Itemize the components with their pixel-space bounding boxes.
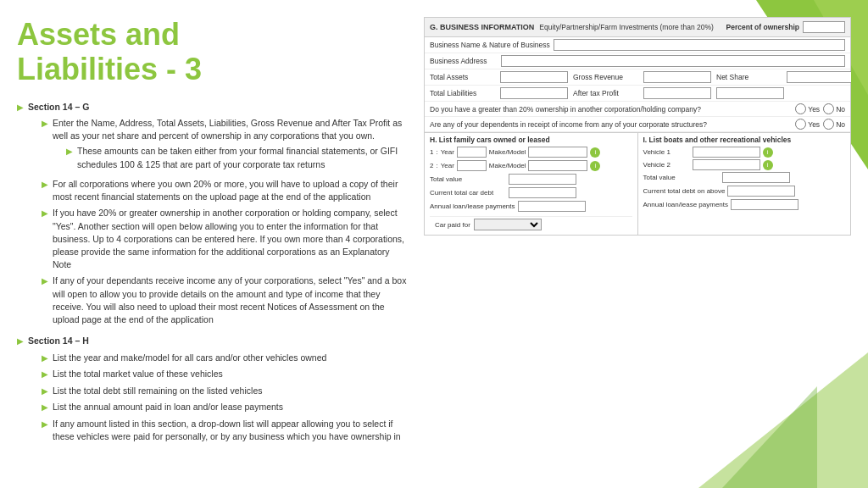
- section-14h-item-1: ▶ List the year and make/model for all c…: [42, 352, 407, 365]
- item4-arrow: ▶: [42, 275, 48, 288]
- q2-radio-group: Yes No: [795, 119, 845, 130]
- h-item3-text: List the total debt still remaining on t…: [53, 385, 262, 397]
- section-h-i-container: H. List family cars owned or leased 1: Y…: [425, 132, 850, 235]
- h-item4-text: List the annual amount paid in loan and/…: [53, 401, 283, 413]
- q1-no-radio[interactable]: [823, 103, 834, 114]
- section-14g-items: ▶ Enter the Name, Address, Total Assets,…: [42, 117, 407, 326]
- after-tax-input[interactable]: [643, 87, 711, 99]
- total-assets-input[interactable]: [500, 71, 568, 83]
- q1-row: Do you have a greater than 20% ownership…: [425, 102, 850, 117]
- item2-text: For all corporations where you own 20% o…: [53, 178, 407, 203]
- liabilities-profit-row: Total Liabilities After tax Profit: [425, 86, 850, 102]
- section-14h-items: ▶ List the year and make/model for all c…: [42, 352, 407, 443]
- h-car-debt-input[interactable]: [509, 187, 576, 198]
- item3-arrow: ▶: [42, 208, 48, 220]
- section-i-content: Vehicle 1 i Vehicle 2 i Total valu: [643, 147, 846, 214]
- q2-row: Are any of your dependents in receipt of…: [425, 117, 850, 132]
- section-14h-arrow: ▶: [17, 336, 24, 348]
- total-liabilities-label: Total Liabilities: [430, 89, 498, 97]
- vehicle1-makemodel-input[interactable]: [528, 147, 587, 158]
- h-item1-text: List the year and make/model for all car…: [53, 352, 326, 364]
- i-annual-loan-row: Annual loan/lease payments: [643, 199, 846, 211]
- vehicle1-info-icon[interactable]: i: [590, 147, 600, 158]
- section-14g-item-1: ▶ Enter the Name, Address, Total Assets,…: [42, 117, 407, 175]
- after-tax-value-input[interactable]: [716, 87, 784, 99]
- h-item1-arrow: ▶: [42, 352, 48, 365]
- net-share-label: Net Share: [716, 73, 784, 81]
- vehicle1-row: 1: Year Make/Model i: [430, 147, 632, 158]
- i-total-debt-input[interactable]: [727, 186, 795, 197]
- q1-no-label: No: [836, 105, 845, 114]
- h-annual-loan-label: Annual loan/lease payments: [430, 202, 515, 210]
- i-total-value-input[interactable]: [722, 172, 790, 183]
- business-address-label: Business Address: [430, 57, 498, 65]
- item1-sub1-arrow: ▶: [66, 146, 73, 158]
- item4-text: If any of your dependants receive income…: [53, 274, 407, 326]
- vehicle2-makemodel-input[interactable]: [528, 160, 587, 171]
- section-h: H. List family cars owned or leased 1: Y…: [425, 133, 638, 235]
- h-car-debt-label: Current total car debt: [430, 189, 506, 197]
- i-vehicle1-input[interactable]: [693, 147, 760, 158]
- vehicle2-info-icon[interactable]: i: [590, 161, 600, 171]
- item1-sublist: ▶ These amounts can be taken either from…: [66, 145, 407, 170]
- h-item5-arrow: ▶: [42, 419, 48, 431]
- item1-sub1-text: These amounts can be taken either from y…: [77, 145, 407, 170]
- i-vehicle2-row: Vehicle 2 i: [643, 159, 846, 170]
- vehicle2-year-input[interactable]: [457, 160, 487, 171]
- i-vehicle1-label: Vehicle 1: [643, 148, 690, 156]
- i-annual-loan-input[interactable]: [731, 199, 798, 210]
- business-name-input[interactable]: [554, 39, 845, 51]
- q2-yes-radio[interactable]: [795, 119, 806, 130]
- car-paid-select[interactable]: [474, 219, 542, 230]
- i-total-value-row: Total value: [643, 172, 846, 184]
- business-name-label: Business Name & Nature of Business: [430, 41, 550, 49]
- percent-ownership-label: Percent of ownership: [726, 23, 799, 31]
- section-i-header: I. List boats and other recreational veh…: [643, 136, 846, 144]
- net-share-input[interactable]: [787, 71, 851, 83]
- right-panel: G. BUSINESS INFORMATION Equity/Partnersh…: [424, 17, 851, 471]
- vehicle1-year-input[interactable]: [457, 147, 487, 158]
- business-address-row: Business Address: [425, 53, 850, 69]
- total-liabilities-input[interactable]: [500, 87, 568, 99]
- h-total-value-row: Total value: [430, 174, 632, 186]
- q2-no-label: No: [836, 120, 845, 129]
- h-item4-arrow: ▶: [42, 402, 48, 414]
- i-vehicle2-info-icon[interactable]: i: [763, 160, 773, 170]
- total-liabilities-field: Total Liabilities: [430, 87, 568, 99]
- item1-sub1: ▶ These amounts can be taken either from…: [66, 145, 407, 170]
- section-14h-item-4: ▶ List the annual amount paid in loan an…: [42, 401, 407, 414]
- form-section-g: G. BUSINESS INFORMATION Equity/Partnersh…: [424, 17, 851, 236]
- item1-arrow: ▶: [42, 118, 48, 130]
- section-14g-item-3: ▶ If you have 20% or greater ownership i…: [42, 207, 407, 271]
- h-item5-text: If any amount listed in this section, a …: [53, 418, 407, 443]
- section-14h-header: Section 14 – H: [28, 336, 89, 346]
- form-header-sub: Equity/Partnership/Farm Investments (mor…: [539, 23, 714, 31]
- q2-no-option[interactable]: No: [823, 119, 845, 130]
- assets-revenue-row: Total Assets Gross Revenue Net Share: [425, 69, 850, 86]
- item1-text: Enter the Name, Address, Total Assets, L…: [53, 118, 402, 141]
- h-total-value-input[interactable]: [509, 174, 576, 185]
- q1-label: Do you have a greater than 20% ownership…: [430, 105, 792, 114]
- h-item3-arrow: ▶: [42, 385, 48, 398]
- i-vehicle1-row: Vehicle 1 i: [643, 147, 846, 158]
- i-vehicle1-info-icon[interactable]: i: [763, 147, 773, 158]
- i-vehicle2-label: Vehicle 2: [643, 161, 690, 169]
- q2-yes-label: Yes: [808, 120, 820, 129]
- q1-yes-radio[interactable]: [795, 103, 806, 114]
- business-address-input[interactable]: [501, 55, 845, 67]
- h-item2-text: List the total market value of these veh…: [53, 368, 223, 380]
- h-annual-loan-input[interactable]: [518, 201, 586, 212]
- i-annual-loan-label: Annual loan/lease payments: [643, 201, 729, 208]
- section-h-header: H. List family cars owned or leased: [430, 136, 632, 144]
- i-vehicle2-input[interactable]: [693, 159, 760, 170]
- q1-yes-label: Yes: [808, 105, 820, 114]
- section-14h-item-2: ▶ List the total market value of these v…: [42, 368, 407, 381]
- gross-revenue-input[interactable]: [643, 71, 711, 83]
- vehicle2-year-label: Year: [441, 162, 454, 169]
- percent-ownership-input[interactable]: [803, 21, 845, 33]
- q1-yes-option[interactable]: Yes: [795, 103, 820, 114]
- q1-no-option[interactable]: No: [823, 103, 845, 114]
- q2-no-radio[interactable]: [823, 119, 834, 130]
- vehicle1-num: 1: [430, 148, 433, 156]
- q2-yes-option[interactable]: Yes: [795, 119, 820, 130]
